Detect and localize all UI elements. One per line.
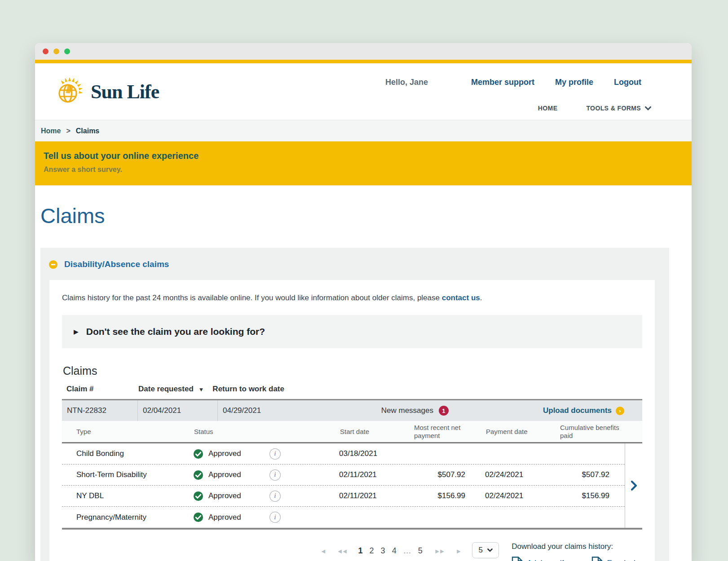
col-start-date: Start date xyxy=(339,428,413,435)
missing-claim-expander[interactable]: ▶ Don't see the claim you are looking fo… xyxy=(62,315,642,348)
nav-home[interactable]: HOME xyxy=(538,105,558,112)
window-titlebar xyxy=(35,43,692,60)
start-date: 02/11/2021 xyxy=(339,491,413,500)
page-size-select[interactable]: 5 xyxy=(472,542,499,558)
claim-type: NY DBL xyxy=(62,491,193,500)
claims-subheading: Claims xyxy=(63,364,642,377)
table-footer: ◄ ◄◄ 1 2 3 4 … 5 ►► ► xyxy=(62,542,642,561)
sunlife-logo[interactable]: Sun Life xyxy=(53,74,159,109)
message-count-badge: 1 xyxy=(439,406,449,416)
survey-banner[interactable]: Tell us about your online experience Ans… xyxy=(35,141,692,185)
close-window-icon[interactable] xyxy=(43,48,49,54)
contact-us-link[interactable]: contact us xyxy=(442,294,480,302)
info-icon[interactable]: i xyxy=(269,512,281,523)
maximize-window-icon[interactable] xyxy=(64,48,70,54)
table-row[interactable]: Child Bonding Approved i 03/18/2021 xyxy=(62,443,625,465)
note-period: . xyxy=(480,294,482,302)
member-support-link[interactable]: Member support xyxy=(471,78,534,87)
disability-claims-section: Disability/Absence claims Claims history… xyxy=(40,248,669,561)
claim-rows: Child Bonding Approved i 03/18/2021 xyxy=(62,443,625,528)
missing-claim-question: Don't see the claim you are looking for? xyxy=(86,326,265,337)
info-icon[interactable]: i xyxy=(269,491,281,502)
note-text: Claims history for the past 24 months is… xyxy=(62,294,442,302)
status-cell: Approved xyxy=(193,470,269,480)
col-date-requested[interactable]: Date requested xyxy=(138,385,194,394)
page-number-1[interactable]: 1 xyxy=(358,546,363,556)
status-cell: Approved xyxy=(193,491,269,501)
claim-date-requested: 02/04/2021 xyxy=(137,400,217,421)
nav-tools-forms-label: TOOLS & FORMS xyxy=(586,105,641,112)
pdf-link-label: Adobe .pdf xyxy=(527,559,564,561)
sort-arrow-icon[interactable]: ▾ xyxy=(200,386,203,393)
table-row[interactable]: NY DBL Approved i 02/11/2021 $156.99 02/… xyxy=(62,486,625,507)
next-page-icon[interactable]: ► xyxy=(455,548,460,555)
logout-link[interactable]: Logout xyxy=(614,78,641,87)
check-icon xyxy=(193,491,203,501)
check-icon xyxy=(193,512,203,522)
section-toggle[interactable]: Disability/Absence claims xyxy=(49,259,669,269)
pdf-file-icon xyxy=(512,557,523,561)
survey-banner-subtitle: Answer a short survey. xyxy=(44,166,692,174)
my-profile-link[interactable]: My profile xyxy=(555,78,593,87)
payment-date: 02/24/2021 xyxy=(485,491,559,500)
utility-nav: Hello, Jane Member support My profile Lo… xyxy=(385,78,641,87)
start-date: 02/11/2021 xyxy=(339,470,413,479)
upload-arrow-icon: › xyxy=(616,407,624,415)
new-messages-link[interactable]: New messages 1 xyxy=(381,406,449,416)
expand-claim-chevron[interactable] xyxy=(625,443,642,528)
chevron-right-icon xyxy=(631,481,637,491)
breadcrumb-current: Claims xyxy=(76,127,99,135)
status-cell: Approved xyxy=(193,449,269,459)
page-number-4[interactable]: 4 xyxy=(392,546,397,556)
table-row[interactable]: Pregnancy/Maternity Approved i xyxy=(62,507,625,528)
new-messages-label: New messages xyxy=(381,406,433,415)
logo-wordmark: Sun Life xyxy=(91,80,159,103)
claim-number: NTN-22832 xyxy=(62,400,137,421)
cumulative-paid: $156.99 xyxy=(559,491,625,500)
collapse-minus-icon xyxy=(49,260,57,269)
chevron-down-icon xyxy=(487,548,493,552)
brand-accent-bar xyxy=(35,60,692,63)
check-icon xyxy=(193,470,203,480)
last-page-icon[interactable]: ►► xyxy=(434,548,444,555)
claim-type: Pregnancy/Maternity xyxy=(62,513,193,522)
info-icon[interactable]: i xyxy=(269,469,281,481)
page-number-5[interactable]: 5 xyxy=(418,546,423,556)
col-type: Type xyxy=(62,428,193,435)
info-icon[interactable]: i xyxy=(269,448,281,460)
first-page-icon[interactable]: ◄◄ xyxy=(337,548,347,555)
page-numbers: 1 2 3 4 … 5 xyxy=(358,546,423,556)
claim-detail-table: Child Bonding Approved i 03/18/2021 xyxy=(62,443,642,530)
excel-file-icon: X xyxy=(591,557,603,561)
nav-tools-forms[interactable]: TOOLS & FORMS xyxy=(586,105,651,112)
payment-date: 02/24/2021 xyxy=(485,470,559,479)
status-label: Approved xyxy=(208,513,241,522)
prev-page-icon[interactable]: ◄ xyxy=(320,548,325,555)
claim-return-date: 04/29/2021 xyxy=(217,400,339,421)
section-title: Disability/Absence claims xyxy=(64,259,169,269)
breadcrumb-home-link[interactable]: Home xyxy=(41,127,61,135)
page-number-2[interactable]: 2 xyxy=(370,546,374,556)
page-number-3[interactable]: 3 xyxy=(381,546,385,556)
claims-card: Claims history for the past 24 months is… xyxy=(49,280,655,561)
claim-type: Child Bonding xyxy=(62,449,193,458)
download-pdf-link[interactable]: Adobe .pdf xyxy=(512,557,564,561)
status-label: Approved xyxy=(208,449,241,458)
browser-window: Sun Life Hello, Jane Member support My p… xyxy=(35,43,692,561)
page-size-value: 5 xyxy=(479,546,483,555)
user-greeting: Hello, Jane xyxy=(385,78,428,87)
survey-banner-title: Tell us about your online experience xyxy=(44,151,692,161)
col-cumulative: Cumulative benefits paid xyxy=(560,424,627,439)
upload-documents-link[interactable]: Upload documents › xyxy=(543,406,624,415)
triangle-right-icon: ▶ xyxy=(74,328,79,335)
minimize-window-icon[interactable] xyxy=(53,48,59,54)
breadcrumb: Home > Claims xyxy=(35,120,692,141)
check-icon xyxy=(193,449,203,459)
claims-table-headers: Claim # Date requested ▾ Return to work … xyxy=(62,385,642,399)
claim-detail-headers: Type Status Start date Most recent net p… xyxy=(62,421,642,443)
claim-summary-row[interactable]: NTN-22832 02/04/2021 04/29/2021 New mess… xyxy=(62,399,642,421)
download-xls-link[interactable]: X Excel .xls xyxy=(591,557,639,561)
table-row[interactable]: Short-Term Disability Approved i 02/11/2… xyxy=(62,465,625,486)
cumulative-paid: $507.92 xyxy=(559,470,625,479)
net-payment: $156.99 xyxy=(413,491,485,500)
